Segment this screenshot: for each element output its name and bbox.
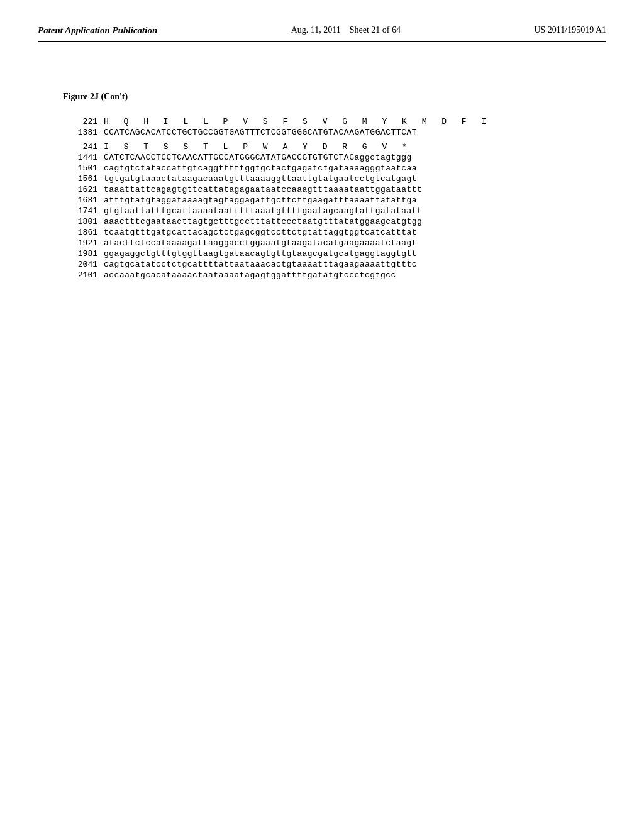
seq-data: CCATCAGCACATCCTGCTGCCGGTGAGTTTCTCGGTGGGC… [104, 128, 417, 137]
sequence-line: 1381CCATCAGCACATCCTGCTGCCGGTGAGTTTCTCGGT… [63, 128, 581, 137]
sequence-line: 1681atttgtatgtaggataaaagtagtaggagattgctt… [63, 196, 581, 205]
seq-data: ggagaggctgtttgtggttaagtgataacagtgttgtaag… [104, 249, 417, 258]
page-header: Patent Application Publication Aug. 11, … [38, 25, 606, 42]
seq-number: 1381 [63, 128, 97, 137]
sequence-line: 1921atacttctccataaaagattaaggacctggaaatgt… [63, 238, 581, 248]
sequence-line: 1861tcaatgtttgatgcattacagctctgagcggtcctt… [63, 228, 581, 237]
sequence-line: 1981ggagaggctgtttgtggttaagtgataacagtgttg… [63, 249, 581, 258]
seq-data: accaaatgcacataaaactaataaaatagagtggattttg… [104, 270, 396, 280]
sequence-line: 1801aaactttcgaataacttagtgctttgcctttattcc… [63, 217, 581, 226]
seq-number: 1861 [63, 228, 97, 237]
sequence-line: 2041cagtgcatatcctctgcattttattaataaacactg… [63, 260, 581, 269]
seq-data: I S T S S T L P W A Y D R G V * [104, 142, 412, 152]
seq-data: cagtgtctataccattgtcaggtttttggtgctactgaga… [104, 163, 417, 173]
seq-number: 1621 [63, 185, 97, 194]
seq-number: 2041 [63, 260, 97, 269]
sequence-line: 1501cagtgtctataccattgtcaggtttttggtgctact… [63, 163, 581, 173]
seq-number: 241 [63, 142, 97, 152]
sequence-line: 221H Q H I L L P V S F S V G M Y K M D F… [63, 117, 581, 126]
seq-data: CATCTCAACCTCCTCAACATTGCCATGGGCATATGACCGT… [104, 153, 412, 162]
seq-data: atacttctccataaaagattaaggacctggaaatgtaaga… [104, 238, 417, 248]
seq-number: 1441 [63, 153, 97, 162]
seq-number: 1801 [63, 217, 97, 226]
sequence-line: 2101accaaatgcacataaaactaataaaatagagtggat… [63, 270, 581, 280]
seq-number: 1561 [63, 174, 97, 184]
seq-number: 2101 [63, 270, 97, 280]
seq-number: 221 [63, 117, 97, 126]
sequence-container: 221H Q H I L L P V S F S V G M Y K M D F… [63, 117, 581, 280]
seq-data: aaactttcgaataacttagtgctttgcctttattccctaa… [104, 217, 422, 226]
sequence-line: 241I S T S S T L P W A Y D R G V * [63, 142, 581, 152]
date-text: Aug. 11, 2011 [291, 25, 341, 35]
sequence-line: 1561tgtgatgtaaactataagacaaatgtttaaaaggtt… [63, 174, 581, 184]
seq-data: taaattattcagagtgttcattatagagaataatccaaag… [104, 185, 422, 194]
seq-data: cagtgcatatcctctgcattttattaataaacactgtaaa… [104, 260, 417, 269]
sheet-info: Sheet 21 of 64 [350, 25, 401, 35]
seq-number: 1981 [63, 249, 97, 258]
seq-number: 1921 [63, 238, 97, 248]
main-content: Figure 2J (Con't) 221H Q H I L L P V S F… [38, 54, 606, 294]
seq-data: H Q H I L L P V S F S V G M Y K M D F I [104, 117, 491, 126]
seq-number: 1681 [63, 196, 97, 205]
seq-data: tgtgatgtaaactataagacaaatgtttaaaaggttaatt… [104, 174, 417, 184]
figure-label: Figure 2J (Con't) [63, 92, 581, 102]
sequence-line: 1741gtgtaattatttgcattaaaataatttttaaatgtt… [63, 206, 581, 216]
seq-number: 1501 [63, 163, 97, 173]
page: Patent Application Publication Aug. 11, … [0, 0, 644, 830]
patent-number: US 2011/195019 A1 [534, 25, 606, 35]
seq-data: gtgtaattatttgcattaaaataatttttaaatgttttga… [104, 206, 422, 216]
seq-data: tcaatgtttgatgcattacagctctgagcggtccttctgt… [104, 228, 417, 237]
publication-title: Patent Application Publication [38, 25, 157, 36]
seq-data: atttgtatgtaggataaaagtagtaggagattgcttcttg… [104, 196, 417, 205]
seq-number: 1741 [63, 206, 97, 216]
sequence-line: 1441CATCTCAACCTCCTCAACATTGCCATGGGCATATGA… [63, 153, 581, 162]
sequence-line: 1621taaattattcagagtgttcattatagagaataatcc… [63, 185, 581, 194]
publication-date: Aug. 11, 2011 Sheet 21 of 64 [291, 25, 401, 35]
